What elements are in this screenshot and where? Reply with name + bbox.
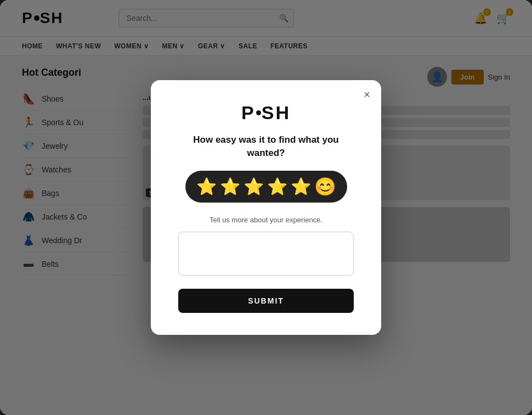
modal-logo: PSH <box>178 102 354 124</box>
submit-button[interactable]: SUBMIT <box>178 289 354 313</box>
star-3[interactable]: ⭐ <box>244 177 264 196</box>
star-2[interactable]: ⭐ <box>220 177 240 196</box>
happy-emoji: 😊 <box>314 176 336 197</box>
browser-frame: PSH 🔍 🔔 1 🛒 1 HOME WHAT'S NEW WOMEN <box>0 0 532 415</box>
feedback-textarea[interactable] <box>178 232 354 276</box>
modal-question: How easy was it to find what you wanted? <box>178 133 354 160</box>
modal-close-button[interactable]: × <box>364 89 370 100</box>
survey-modal: × PSH How easy was it to find what you w… <box>151 80 381 335</box>
stars-row: ⭐ ⭐ ⭐ ⭐ ⭐ 😊 <box>185 171 347 203</box>
star-4[interactable]: ⭐ <box>267 177 287 196</box>
star-5[interactable]: ⭐ <box>291 177 311 196</box>
modal-subtitle: Tell us more about your experience. <box>178 216 354 224</box>
modal-overlay: × PSH How easy was it to find what you w… <box>0 0 532 415</box>
star-1[interactable]: ⭐ <box>196 177 217 196</box>
